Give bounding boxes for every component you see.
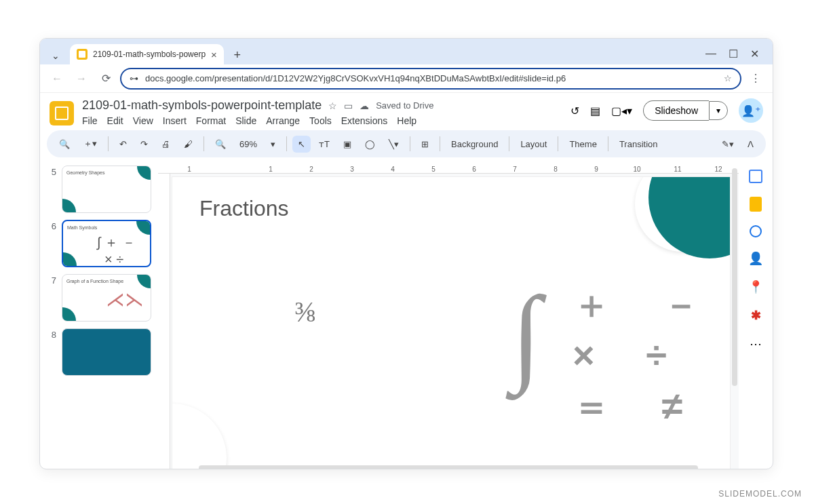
watermark: SLIDEMODEL.COM xyxy=(718,489,802,499)
slideshow-label: Slideshow xyxy=(643,100,709,121)
window-controls: — ☐ ✕ xyxy=(705,47,767,64)
close-window-icon[interactable]: ✕ xyxy=(750,47,759,60)
url-text: docs.google.com/presentation/d/1D12V2W2Y… xyxy=(145,73,566,83)
slide-canvas[interactable]: Fractions ⅜ ∫ ＋ － × ÷ ＝ ≠ xyxy=(172,176,731,469)
tab-search-button[interactable]: ⌄ xyxy=(45,47,66,64)
address-bar: ← → ⟳ ⊶ docs.google.com/presentation/d/1… xyxy=(40,64,773,93)
move-icon[interactable]: ▭ xyxy=(344,100,353,111)
comments-icon[interactable]: ▤ xyxy=(590,104,600,117)
addon-icon[interactable]: ✱ xyxy=(751,308,761,323)
slides-favicon xyxy=(77,49,88,60)
image-tool[interactable]: ▣ xyxy=(338,136,357,153)
back-button[interactable]: ← xyxy=(47,69,67,89)
share-button[interactable]: 👤⁺ xyxy=(739,98,763,123)
menu-extensions[interactable]: Extensions xyxy=(341,115,387,126)
slide-thumb-7[interactable]: 7 Graph of a Function Shape⋌⋋ xyxy=(47,274,151,322)
filmstrip[interactable]: 5 Geometry Shapes 6 Math Symbols∫ ＋ － × … xyxy=(40,161,158,469)
chrome-menu-icon[interactable]: ⋮ xyxy=(745,69,766,89)
cloud-icon[interactable]: ☁ xyxy=(360,100,369,111)
more-addons-icon[interactable]: ⋯ xyxy=(750,336,762,351)
ruler-horizontal: 1123456789101112 xyxy=(158,161,739,174)
menu-tools[interactable]: Tools xyxy=(309,115,332,126)
zoom-out-icon[interactable]: 🔍 xyxy=(210,136,231,153)
browser-tab[interactable]: 2109-01-math-symbols-powerp × xyxy=(70,44,224,64)
workspace: 5 Geometry Shapes 6 Math Symbols∫ ＋ － × … xyxy=(40,161,773,469)
shape-tool[interactable]: ◯ xyxy=(360,136,381,153)
tab-strip: ⌄ 2109-01-math-symbols-powerp × + — ☐ ✕ xyxy=(40,39,773,64)
tasks-icon[interactable] xyxy=(750,225,762,237)
maps-icon[interactable]: 📍 xyxy=(748,279,763,294)
menu-format[interactable]: Format xyxy=(196,115,226,126)
history-icon[interactable]: ↺ xyxy=(570,104,579,117)
scrollbar-vertical[interactable] xyxy=(732,168,737,386)
search-menus-icon[interactable]: 🔍 xyxy=(54,136,75,153)
undo-button[interactable]: ↶ xyxy=(114,136,132,153)
redo-button[interactable]: ↷ xyxy=(135,136,153,153)
menu-insert[interactable]: Insert xyxy=(163,115,187,126)
slideshow-dropdown[interactable]: ▾ xyxy=(709,101,728,120)
slides-logo[interactable] xyxy=(50,101,74,125)
calendar-icon[interactable] xyxy=(749,170,762,183)
keep-icon[interactable] xyxy=(750,197,762,212)
integral-symbol[interactable]: ∫ xyxy=(511,272,541,398)
tab-title: 2109-01-math-symbols-powerp xyxy=(93,50,206,59)
reload-button[interactable]: ⟳ xyxy=(96,69,116,89)
site-info-icon[interactable]: ⊶ xyxy=(130,73,138,83)
menu-bar: File Edit View Insert Format Slide Arran… xyxy=(82,115,433,126)
forward-button[interactable]: → xyxy=(71,69,92,89)
slide-thumb-6[interactable]: 6 Math Symbols∫ ＋ － × ÷ ＝ ≠ xyxy=(47,220,151,267)
menu-arrange[interactable]: Arrange xyxy=(266,115,300,126)
select-tool[interactable]: ↖ xyxy=(292,136,311,153)
close-tab-icon[interactable]: × xyxy=(211,49,217,60)
slideshow-button[interactable]: Slideshow ▾ xyxy=(643,100,728,121)
operator-grid[interactable]: ＋ － × ÷ ＝ ≠ xyxy=(573,279,720,431)
new-tab-button[interactable]: + xyxy=(228,45,247,64)
background-button[interactable]: Background xyxy=(446,136,503,153)
ruler-vertical xyxy=(158,174,170,469)
star-icon[interactable]: ☆ xyxy=(328,100,337,111)
transition-button[interactable]: Transition xyxy=(614,136,663,153)
document-title[interactable]: 2109-01-math-symbols-powerpoint-template xyxy=(82,98,322,113)
side-panel: 👤 📍 ✱ ⋯ xyxy=(739,161,773,469)
menu-edit[interactable]: Edit xyxy=(107,115,123,126)
menu-slide[interactable]: Slide xyxy=(235,115,256,126)
toolbar: 🔍 ＋▾ ↶ ↷ 🖨 🖌 🔍 69% ▾ ↖ ᴛT ▣ ◯ ╲▾ ⊞ Backg… xyxy=(47,130,766,157)
theme-button[interactable]: Theme xyxy=(564,136,602,153)
pen-tool[interactable]: ✎▾ xyxy=(716,136,739,153)
document-header: 2109-01-math-symbols-powerpoint-template… xyxy=(40,93,773,126)
minimize-icon[interactable]: — xyxy=(705,47,716,60)
bookmark-star-icon[interactable]: ☆ xyxy=(724,73,732,83)
comment-add-button[interactable]: ⊞ xyxy=(416,136,434,153)
hide-menus-icon[interactable]: ᐱ xyxy=(742,136,759,153)
textbox-tool[interactable]: ᴛT xyxy=(313,136,335,153)
contacts-icon[interactable]: 👤 xyxy=(748,251,763,266)
save-status: Saved to Drive xyxy=(376,100,433,111)
zoom-dropdown[interactable]: ▾ xyxy=(265,136,281,153)
new-slide-button[interactable]: ＋▾ xyxy=(78,134,102,153)
slide-decor-bottom xyxy=(172,404,227,469)
layout-button[interactable]: Layout xyxy=(515,136,552,153)
zoom-level[interactable]: 69% xyxy=(234,136,263,153)
slide-thumb-8[interactable]: 8 xyxy=(47,328,151,376)
browser-window: ⌄ 2109-01-math-symbols-powerp × + — ☐ ✕ … xyxy=(39,38,773,469)
slide-thumb-5[interactable]: 5 Geometry Shapes xyxy=(47,166,151,213)
omnibox[interactable]: ⊶ docs.google.com/presentation/d/1D12V2W… xyxy=(120,68,741,90)
meet-icon[interactable]: ▢◂▾ xyxy=(611,104,632,117)
menu-view[interactable]: View xyxy=(133,115,153,126)
line-tool[interactable]: ╲▾ xyxy=(383,136,404,153)
fraction-text[interactable]: ⅜ xyxy=(294,296,316,328)
paint-format-button[interactable]: 🖌 xyxy=(178,136,198,153)
scrollbar-horizontal[interactable] xyxy=(199,465,698,469)
print-button[interactable]: 🖨 xyxy=(156,136,176,153)
menu-file[interactable]: File xyxy=(82,115,98,126)
menu-help[interactable]: Help xyxy=(397,115,416,126)
maximize-icon[interactable]: ☐ xyxy=(729,47,738,60)
slide-canvas-area: 1123456789101112 Fractions ⅜ ∫ ＋ － × ÷ ＝… xyxy=(158,161,739,469)
